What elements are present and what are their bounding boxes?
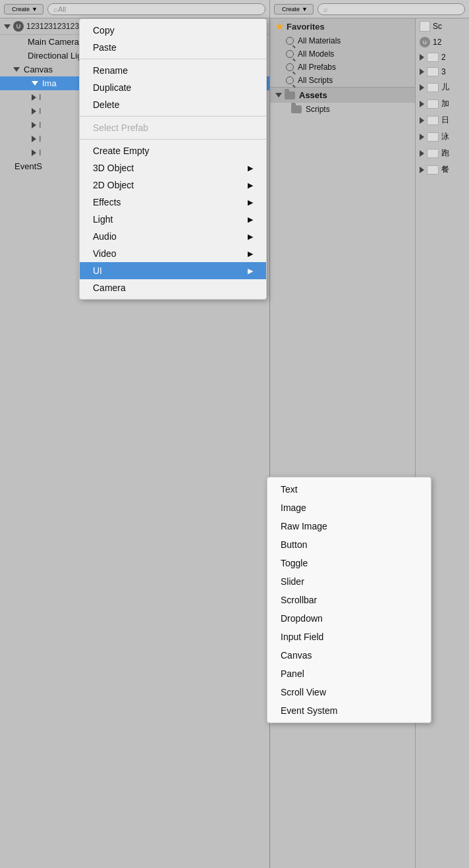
scene-expand-icon[interactable] [4, 24, 11, 29]
video-label: Video [93, 248, 117, 259]
right-col-item-8[interactable]: 跑 [416, 145, 469, 161]
menu-item-duplicate[interactable]: Duplicate [80, 79, 266, 96]
search-icon-all-models [286, 50, 294, 58]
paste-label: Paste [93, 42, 117, 53]
right-col-item-1[interactable]: U 12 [416, 34, 469, 50]
create-dropdown-arrow-right: ▼ [302, 6, 308, 13]
right-col-item-2[interactable]: 2 [416, 50, 469, 65]
right-col-item-7[interactable]: 泳 [416, 128, 469, 145]
ui-menu-item-scrollbar[interactable]: Scrollbar [267, 591, 431, 609]
ui-menu-item-event-system[interactable]: Event System [267, 701, 431, 720]
top-bar-right: Create ▼ ⌕ [270, 0, 469, 18]
rename-label: Rename [93, 65, 128, 76]
item-label-4: 儿 [441, 82, 449, 93]
item-icon-3 [427, 67, 439, 76]
sub-label-4: I [39, 134, 41, 144]
menu-item-3d-object[interactable]: 3D Object ▶ [80, 159, 266, 176]
ui-menu-item-input-field[interactable]: Input Field [267, 628, 431, 646]
scripts-label: Scripts [306, 105, 330, 114]
right-col-item-0[interactable]: Sc [416, 18, 469, 34]
menu-item-create-empty[interactable]: Create Empty [80, 142, 266, 159]
effects-label: Effects [93, 197, 121, 207]
item-arrow-7 [420, 134, 424, 140]
top-bar: Create ▼ ⌕ All Create ▼ ⌕ [0, 0, 469, 18]
sub-label-1: I [39, 92, 41, 102]
item-icon-6 [427, 116, 439, 125]
item-label-0: Sc [433, 22, 442, 31]
ui-menu-item-canvas[interactable]: Canvas [267, 646, 431, 665]
right-col-item-6[interactable]: 日 [416, 112, 469, 128]
sub-label-2: I [39, 106, 41, 116]
item-icon-5 [427, 99, 439, 109]
item-label-1: 12 [433, 38, 441, 47]
menu-item-light[interactable]: Light ▶ [80, 211, 266, 228]
sub-label-3: I [39, 120, 41, 130]
item-label-2: 2 [441, 53, 446, 62]
menu-item-ui[interactable]: UI ▶ [80, 262, 266, 279]
menu-item-video[interactable]: Video ▶ [80, 245, 266, 262]
sub-expand-icon-3[interactable] [32, 122, 36, 128]
ui-menu-item-button[interactable]: Button [267, 535, 431, 554]
menu-item-paste[interactable]: Paste [80, 39, 266, 56]
item-label-8: 跑 [441, 148, 449, 159]
ui-menu-item-dropdown[interactable]: Dropdown [267, 609, 431, 628]
sub-expand-icon-4[interactable] [32, 136, 36, 142]
copy-label: Copy [93, 25, 115, 36]
assets-expand-icon[interactable] [275, 93, 282, 97]
ui-menu-item-panel[interactable]: Panel [267, 665, 431, 683]
item-label-9: 餐 [441, 164, 449, 175]
unity-icon: U [13, 21, 24, 32]
input-field-label: Input Field [281, 632, 323, 642]
menu-item-2d-object[interactable]: 2D Object ▶ [80, 176, 266, 194]
item-arrow-8 [420, 150, 424, 157]
all-scripts-label: All Scripts [298, 76, 333, 85]
canvas-expand-icon[interactable] [13, 67, 20, 72]
menu-separator-3 [80, 139, 266, 140]
canvas-submenu-label: Canvas [281, 650, 312, 661]
menu-item-rename[interactable]: Rename [80, 62, 266, 79]
search-box-right[interactable]: ⌕ [317, 3, 465, 15]
create-button-right[interactable]: Create ▼ [274, 4, 314, 14]
all-materials-label: All Materials [298, 36, 341, 45]
right-col-item-5[interactable]: 加 [416, 95, 469, 112]
sub-expand-icon-2[interactable] [32, 108, 36, 115]
main-camera-label: Main Camera [28, 37, 79, 47]
image-label: Image [281, 502, 306, 513]
sub-expand-icon-1[interactable] [32, 94, 36, 101]
ui-menu-item-scroll-view[interactable]: Scroll View [267, 683, 431, 701]
item-arrow-4 [420, 84, 424, 91]
canvas-label: Canvas [24, 65, 53, 74]
sub-expand-icon-5[interactable] [32, 149, 36, 156]
favorites-title: Favorites [287, 22, 325, 32]
create-button-left[interactable]: Create ▼ [4, 4, 43, 14]
ui-menu-item-raw-image[interactable]: Raw Image [267, 517, 431, 535]
right-col-item-9[interactable]: 餐 [416, 161, 469, 178]
item-label-6: 日 [441, 115, 449, 126]
ui-menu-item-image[interactable]: Image [267, 499, 431, 517]
ui-menu-item-toggle[interactable]: Toggle [267, 554, 431, 572]
menu-item-copy[interactable]: Copy [80, 22, 266, 39]
audio-arrow: ▶ [248, 232, 253, 241]
menu-item-audio[interactable]: Audio ▶ [80, 228, 266, 245]
sub-label-5: I [39, 148, 41, 157]
light-label: Light [93, 214, 113, 225]
ui-menu-item-text[interactable]: Text [267, 480, 431, 499]
item-label-5: 加 [441, 98, 449, 109]
menu-item-camera[interactable]: Camera [80, 279, 266, 296]
ima-expand-icon[interactable] [32, 81, 38, 86]
item-label-7: 泳 [441, 131, 449, 142]
menu-item-effects[interactable]: Effects ▶ [80, 194, 266, 211]
search-box-left[interactable]: ⌕ All [47, 3, 265, 15]
unity-small-icon: U [420, 37, 430, 47]
right-col-item-4[interactable]: 儿 [416, 79, 469, 95]
item-arrow-2 [420, 54, 424, 61]
right-col-item-3[interactable]: 3 [416, 65, 469, 79]
assets-title: Assets [299, 90, 327, 100]
star-icon: ★ [275, 21, 284, 32]
ui-submenu: Text Image Raw Image Button Toggle Slide… [267, 477, 431, 723]
all-models-label: All Models [298, 49, 334, 59]
create-dropdown-arrow: ▼ [32, 6, 38, 13]
event-system-label: Event System [281, 705, 337, 716]
ui-menu-item-slider[interactable]: Slider [267, 572, 431, 591]
menu-item-delete[interactable]: Delete [80, 96, 266, 113]
